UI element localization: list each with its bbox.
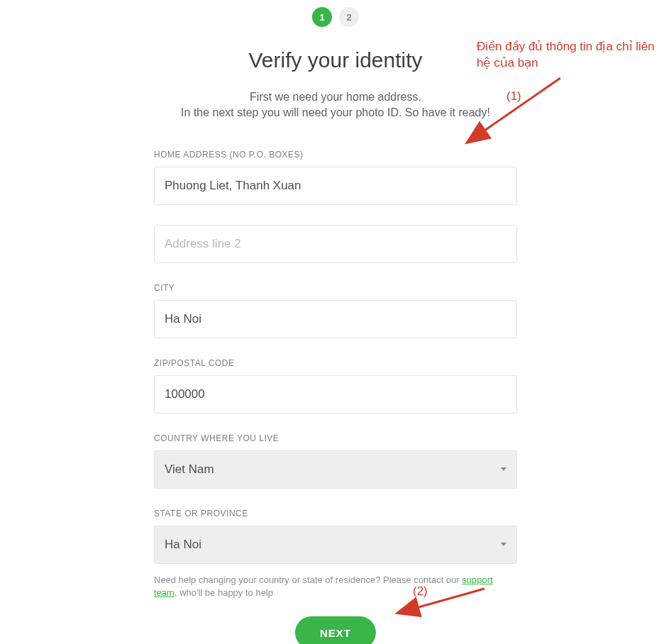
zip-input[interactable] [154, 375, 517, 413]
annotation-text: Điền đầy đủ thông tin địa chỉ liên hệ củ… [477, 39, 661, 72]
annotation-number-1: (1) [506, 89, 521, 104]
help-text: Need help changing your country or state… [154, 574, 517, 599]
country-select-value: Viet Nam [165, 462, 214, 477]
state-select-value: Ha Noi [165, 538, 201, 552]
country-select[interactable]: Viet Nam [154, 450, 517, 489]
zip-label: ZIP/POSTAL CODE [154, 358, 517, 368]
step-indicator: 1 2 [312, 7, 359, 27]
description-line-1: First we need your home address. [181, 89, 490, 105]
chevron-down-icon [501, 467, 506, 471]
state-label: STATE OR PROVINCE [154, 509, 517, 518]
city-label: CITY [154, 283, 517, 293]
step-1: 1 [312, 7, 332, 27]
page-description: First we need your home address. In the … [181, 89, 490, 121]
help-text-prefix: Need help changing your country or state… [154, 574, 462, 585]
annotation-number-2: (2) [413, 584, 428, 599]
chevron-down-icon [501, 543, 506, 546]
description-line-2: In the next step you will need your phot… [181, 105, 490, 121]
state-select[interactable]: Ha Noi [154, 526, 517, 564]
address-line-2-input[interactable] [154, 225, 517, 263]
city-input[interactable] [154, 300, 517, 338]
help-text-suffix: , who'll be happy to help [174, 587, 273, 598]
country-label: COUNTRY WHERE YOU LIVE [154, 433, 517, 443]
home-address-label: HOME ADDRESS (NO P.O. BOXES) [154, 150, 517, 160]
identity-form: HOME ADDRESS (NO P.O. BOXES) CITY ZIP/PO… [154, 150, 517, 644]
next-button[interactable]: NEXT [295, 616, 376, 644]
page-title: Verify your identity [248, 48, 422, 72]
home-address-input[interactable] [154, 167, 517, 205]
step-2: 2 [339, 7, 359, 27]
